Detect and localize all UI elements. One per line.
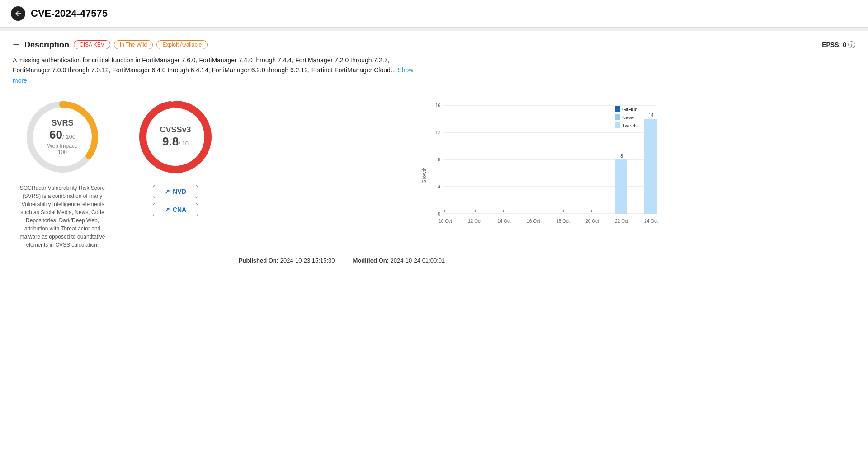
cna-button[interactable]: ↗ CNA — [153, 203, 198, 216]
description-header: ☰ Description CISA KEV In The Wild Explo… — [13, 40, 855, 50]
legend-github-text: GitHub — [622, 107, 637, 112]
svrs-name: SVRS — [42, 118, 83, 128]
svrs-donut: SVRS 60/ 100 Web Impact: 100 — [22, 96, 103, 178]
svg-text:12: 12 — [435, 130, 441, 135]
legend-news-text: News — [622, 115, 635, 120]
chart-svg: Growth 16 12 8 4 0 10 Oct — [239, 96, 855, 250]
svg-text:14: 14 — [648, 113, 654, 118]
svg-text:0: 0 — [503, 209, 505, 213]
cvss-score-group: 9.8/ 10 — [160, 135, 191, 149]
nvd-ext-icon: ↗ — [165, 188, 170, 195]
published-bar: Published On: 2024-10-23 15:15:30 Modifi… — [239, 257, 855, 264]
badge-exploit-available: Exploit Avaliable — [156, 40, 208, 49]
nvd-button[interactable]: ↗ NVD — [153, 185, 198, 198]
epss-block: EPSS: 0 i — [822, 41, 855, 48]
list-icon: ☰ — [13, 40, 20, 50]
epss-info-icon[interactable]: i — [848, 41, 855, 48]
badge-group: CISA KEV In The Wild Exploit Avaliable — [74, 40, 208, 49]
bar-22oct — [615, 159, 627, 214]
svrs-label-group: SVRS 60/ 100 Web Impact: 100 — [42, 118, 83, 155]
svg-text:4: 4 — [438, 184, 440, 189]
header: CVE-2024-47575 — [0, 0, 868, 28]
main-content: ☰ Description CISA KEV In The Wild Explo… — [0, 31, 868, 273]
nvd-label: NVD — [173, 188, 186, 195]
cna-ext-icon: ↗ — [165, 206, 170, 213]
svrs-card: SVRS 60/ 100 Web Impact: 100 SOCRadar Vu… — [13, 96, 112, 249]
cvss-name: CVSSv3 — [160, 125, 191, 135]
svrs-score-group: 60/ 100 — [42, 128, 83, 142]
svg-text:8: 8 — [620, 154, 623, 159]
back-button[interactable] — [11, 6, 25, 21]
svg-text:8: 8 — [438, 157, 440, 162]
svg-text:0: 0 — [438, 211, 440, 216]
svg-text:0: 0 — [532, 209, 534, 213]
cards-row: SVRS 60/ 100 Web Impact: 100 SOCRadar Vu… — [13, 96, 855, 264]
cvss-buttons: ↗ NVD ↗ CNA — [153, 185, 198, 216]
description-label: Description — [24, 40, 69, 50]
cna-label: CNA — [173, 206, 186, 213]
epss-label: EPSS: — [822, 41, 841, 48]
bar-24oct — [644, 119, 657, 214]
svrs-web-impact: Web Impact: 100 — [42, 143, 83, 155]
legend-tweets-rect — [615, 122, 620, 128]
svg-text:22 Oct: 22 Oct — [615, 219, 628, 224]
modified-on: Modified On: 2024-10-24 01:00:01 — [353, 257, 445, 264]
cvss-label-group: CVSSv3 9.8/ 10 — [160, 125, 191, 149]
epss-value: 0 — [843, 41, 846, 48]
svg-text:0: 0 — [444, 209, 446, 213]
cvss-donut: CVSSv3 9.8/ 10 — [135, 96, 216, 178]
svg-text:Growth: Growth — [421, 167, 427, 183]
svg-text:14 Oct: 14 Oct — [497, 219, 511, 224]
svg-text:16: 16 — [435, 103, 441, 108]
svrs-denom: / 100 — [62, 133, 75, 140]
legend-news-rect — [615, 114, 620, 120]
svg-text:18 Oct: 18 Oct — [556, 219, 570, 224]
published-on: Published On: 2024-10-23 15:15:30 — [239, 257, 335, 264]
svg-text:24 Oct: 24 Oct — [644, 219, 658, 224]
cvss-card: CVSSv3 9.8/ 10 ↗ NVD ↗ CNA — [130, 96, 221, 216]
svg-text:0: 0 — [591, 209, 593, 213]
cve-title: CVE-2024-47575 — [31, 8, 108, 19]
svg-text:20 Oct: 20 Oct — [585, 219, 599, 224]
svg-text:10 Oct: 10 Oct — [439, 219, 452, 224]
svrs-description: SOCRadar Vulnerability Risk Score (SVRS)… — [17, 184, 108, 249]
cvss-denom: / 10 — [179, 140, 189, 147]
legend-github-rect — [615, 106, 620, 112]
legend-tweets-text: Tweets — [622, 123, 638, 128]
growth-chart-card: Growth 16 12 8 4 0 10 Oct — [239, 96, 855, 264]
chart-container: Growth 16 12 8 4 0 10 Oct — [239, 96, 855, 250]
description-text: A missing authentication for critical fu… — [13, 55, 420, 85]
svg-text:0: 0 — [561, 209, 564, 213]
cvss-score: 9.8 — [162, 135, 179, 148]
svg-text:0: 0 — [473, 209, 476, 213]
badge-in-the-wild: In The Wild — [114, 40, 153, 49]
badge-cisa-kev: CISA KEV — [74, 40, 110, 49]
svg-text:16 Oct: 16 Oct — [527, 219, 540, 224]
svrs-score: 60 — [49, 128, 62, 141]
svg-text:12 Oct: 12 Oct — [468, 219, 481, 224]
